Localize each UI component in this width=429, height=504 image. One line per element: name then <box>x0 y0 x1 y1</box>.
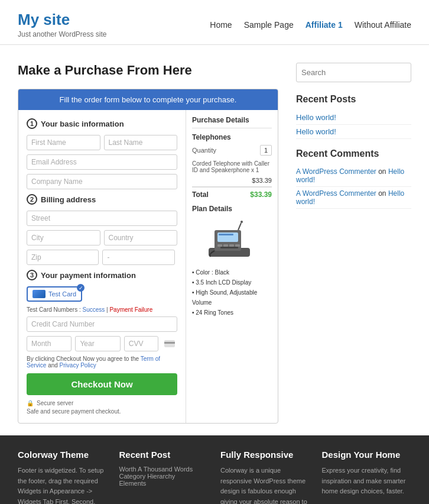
footer-col2-title: Recent Post <box>119 450 209 460</box>
footer-col1-title: Colorway Theme <box>18 450 108 460</box>
test-card-label: Test Card Numbers : <box>27 306 81 313</box>
svg-point-11 <box>240 221 243 223</box>
search-button[interactable] <box>405 63 411 82</box>
total-label: Total <box>192 190 209 199</box>
commenter-1[interactable]: A WordPress Commenter <box>296 167 376 176</box>
secure-row: 🔒 Secure server <box>27 400 177 406</box>
search-input[interactable] <box>297 64 405 80</box>
test-card-notice: Test Card Numbers : Success | Payment Fa… <box>27 306 177 313</box>
footer-col4-text: Express your creativity, find inspiratio… <box>322 466 412 497</box>
zip-row: - <box>27 250 177 265</box>
checkout-button[interactable]: Checkout Now <box>27 373 177 395</box>
main-nav: Home Sample Page Affiliate 1 Without Aff… <box>210 20 411 30</box>
recent-comments-title: Recent Comments <box>296 148 411 159</box>
site-title: My site <box>18 11 107 29</box>
last-name-input[interactable] <box>104 135 178 150</box>
sidebar: Recent Posts Hello world! Hello world! R… <box>296 63 411 424</box>
email-input[interactable] <box>27 154 177 170</box>
checkout-box: Fill the order form below to complete yo… <box>18 89 278 424</box>
plan-title: Plan Details <box>192 205 272 213</box>
site-branding: My site Just another WordPress site <box>18 11 107 38</box>
country-select[interactable]: Country <box>104 230 178 245</box>
email-row <box>27 154 177 170</box>
svg-rect-7 <box>223 244 228 247</box>
section1-num: 1 <box>27 118 37 129</box>
content-area: Make a Purchase From Here Fill the order… <box>18 63 278 424</box>
footer-dark: Colorway Theme Footer is widgetized. To … <box>0 435 429 504</box>
total-price: $33.39 <box>250 190 272 199</box>
recent-posts-title: Recent Posts <box>296 94 411 105</box>
quantity-label: Quantity <box>192 147 216 154</box>
site-tagline: Just another WordPress site <box>18 30 107 38</box>
success-link[interactable]: Success <box>82 306 105 313</box>
footer-col3-text: Colorway is a unique responsive WordPres… <box>220 466 310 504</box>
expiry-row: Month Year <box>27 336 177 351</box>
comment-1: A WordPress Commenter on Hello world! <box>296 165 411 187</box>
section1-title: Your basic information <box>41 119 124 128</box>
cc-row <box>27 316 177 332</box>
payment-method-button[interactable]: Test Card ✓ <box>27 286 82 302</box>
checkout-header: Fill the order form below to complete yo… <box>18 89 278 110</box>
purchase-section: Purchase Details Telephones Quantity 1 C… <box>186 110 278 423</box>
svg-rect-9 <box>235 244 240 247</box>
recent-post-2[interactable]: Hello world! <box>296 125 411 139</box>
company-input[interactable] <box>27 174 177 189</box>
search-icon <box>410 67 411 76</box>
year-select[interactable]: Year <box>75 336 120 351</box>
plan-features: Color : Black 3.5 Inch LCD Display High … <box>192 267 272 318</box>
quantity-value: 1 <box>260 145 272 156</box>
footer-col3: Fully Responsive Colorway is a unique re… <box>220 450 310 504</box>
lock-icon: 🔒 <box>27 400 34 406</box>
footer-col2: Recent Post Worth A Thousand Words Categ… <box>119 450 209 504</box>
section3-num: 3 <box>27 270 37 280</box>
cc-input[interactable] <box>27 316 177 332</box>
section1-label: 1 Your basic information <box>27 118 177 129</box>
footer-link2[interactable]: Category Hierarchy <box>119 473 209 480</box>
zip-input[interactable] <box>27 250 99 265</box>
comment-2: A WordPress Commenter on Hello world! <box>296 187 411 209</box>
section2-label: 2 Billing address <box>27 194 177 205</box>
failure-link[interactable]: Payment Failure <box>109 306 152 313</box>
svg-line-10 <box>238 223 241 230</box>
nav-without-affiliate[interactable]: Without Affiliate <box>355 20 411 30</box>
city-country-row: Country <box>27 230 177 245</box>
state-select[interactable]: - <box>102 250 174 265</box>
nav-home[interactable]: Home <box>210 20 232 30</box>
street-input[interactable] <box>27 211 177 226</box>
city-input[interactable] <box>27 230 100 245</box>
svg-rect-1 <box>164 342 175 344</box>
cvv-input[interactable] <box>124 336 158 351</box>
section2-title: Billing address <box>41 195 96 204</box>
nav-sample-page[interactable]: Sample Page <box>244 20 294 30</box>
feature-2: 3.5 Inch LCD Display <box>192 277 272 287</box>
footer-col4-title: Design Your Home <box>322 450 412 460</box>
section3-label: 3 Your payment information <box>27 270 177 280</box>
secure-desc: Safe and secure payment checkout. <box>27 408 177 415</box>
page-title: Make a Purchase From Here <box>18 63 278 78</box>
main-container: Make a Purchase From Here Fill the order… <box>0 45 429 435</box>
search-box <box>296 63 411 82</box>
footer-link1[interactable]: Worth A Thousand Words <box>119 466 209 473</box>
svg-rect-8 <box>229 244 234 247</box>
first-name-input[interactable] <box>27 135 100 150</box>
footer-link3[interactable]: Elements <box>119 480 209 487</box>
card-icon <box>32 290 46 298</box>
payment-label: Test Card <box>48 290 76 298</box>
commenter-2[interactable]: A WordPress Commenter <box>296 189 376 198</box>
footer-col1-text: Footer is widgetized. To setup the foote… <box>18 466 108 504</box>
feature-1: Color : Black <box>192 267 272 277</box>
name-row <box>27 135 177 150</box>
month-select[interactable]: Month <box>27 336 72 351</box>
product-desc: Corded Telephone with Caller ID and Spea… <box>192 160 272 173</box>
header: My site Just another WordPress site Home… <box>0 0 429 45</box>
qty-row: Quantity 1 <box>192 145 272 156</box>
check-icon: ✓ <box>77 284 84 292</box>
checkout-body: 1 Your basic information <box>18 110 278 423</box>
svg-rect-12 <box>220 247 238 248</box>
footer-col1: Colorway Theme Footer is widgetized. To … <box>18 450 108 504</box>
privacy-link[interactable]: Privacy Policy <box>60 362 96 369</box>
nav-affiliate1[interactable]: Affiliate 1 <box>306 20 343 30</box>
footer-col3-title: Fully Responsive <box>220 450 310 460</box>
recent-post-1[interactable]: Hello world! <box>296 111 411 125</box>
svg-rect-5 <box>219 234 233 235</box>
